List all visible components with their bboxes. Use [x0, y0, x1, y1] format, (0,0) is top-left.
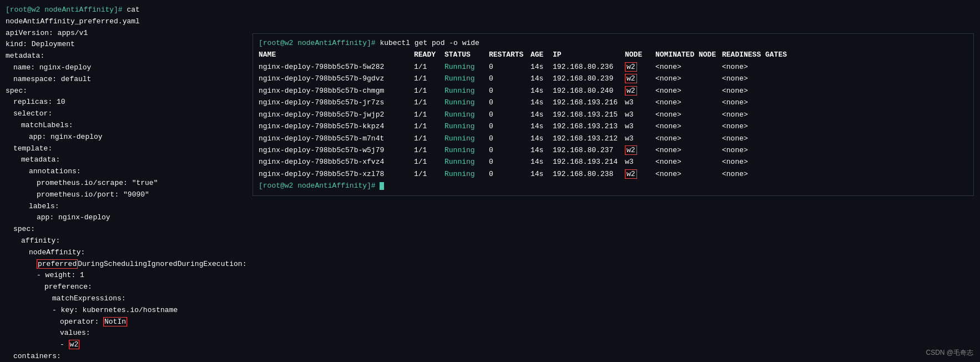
pod-name-6: nginx-deploy-798bb5c57b-m7n4t	[259, 133, 414, 144]
pod-ip-0: 192.168.80.236	[553, 61, 625, 73]
table-row: nginx-deploy-798bb5c57b-m7n4t1/1Running0…	[259, 133, 968, 144]
header-restarts: RESTARTS	[489, 49, 531, 61]
header-nominated: NOMINATED NODE	[655, 49, 722, 61]
pod-ready-4: 1/1	[414, 109, 444, 120]
pod-node-1: w2	[625, 73, 655, 84]
pod-status-1: Running	[444, 73, 489, 84]
pod-ip-9: 192.168.80.238	[553, 168, 625, 180]
yaml-line-15: prometheus.io/port: "9090"	[37, 189, 250, 201]
pod-age-1: 14s	[531, 73, 553, 84]
table-row: nginx-deploy-798bb5c57b-xzl781/1Running0…	[259, 168, 968, 180]
table-row: nginx-deploy-798bb5c57b-xfvz41/1Running0…	[259, 156, 968, 168]
right-terminal: [root@w2 nodeAntiAffinity]# kubectl get …	[252, 33, 974, 196]
pod-node-3: w3	[625, 97, 655, 108]
pod-status-0: Running	[444, 61, 489, 73]
header-age: AGE	[531, 49, 553, 61]
pod-status-7: Running	[444, 144, 489, 156]
pod-ip-7: 192.168.80.237	[553, 144, 625, 156]
pod-restarts-4: 0	[489, 109, 531, 120]
pod-node-7: w2	[625, 144, 655, 156]
pod-name-5: nginx-deploy-798bb5c57b-kkpz4	[259, 120, 414, 132]
right-command: kubectl get pod -o wide	[376, 39, 479, 47]
watermark: CSDN @毛奇志	[926, 348, 973, 358]
pod-age-0: 14s	[531, 61, 553, 73]
pod-node-0: w2	[625, 61, 655, 73]
pod-nominated-2: <none>	[655, 85, 722, 97]
pod-ready-7: 1/1	[414, 144, 444, 156]
pod-name-0: nginx-deploy-798bb5c57b-5w282	[259, 61, 414, 73]
yaml-line-26: operator: NotIn	[60, 316, 250, 328]
header-ready: READY	[414, 49, 444, 61]
yaml-line-16: labels:	[29, 201, 250, 213]
yaml-line-21: preferredDuringSchedulingIgnoredDuringEx…	[37, 259, 250, 270]
table-header-row: NAMEREADYSTATUSRESTARTSAGEIPNODENOMINATE…	[259, 49, 968, 61]
pod-ready-8: 1/1	[414, 156, 444, 168]
pod-node-5: w3	[625, 120, 655, 132]
table-row: nginx-deploy-798bb5c57b-jwjp21/1Running0…	[259, 109, 968, 120]
pod-age-7: 14s	[531, 144, 553, 156]
pod-nominated-0: <none>	[655, 61, 722, 73]
pod-readiness-3: <none>	[722, 97, 789, 108]
pod-nominated-7: <none>	[655, 144, 722, 156]
pod-readiness-7: <none>	[722, 144, 789, 156]
yaml-line-11: template:	[13, 143, 250, 155]
pod-nominated-8: <none>	[655, 156, 722, 168]
table-row: nginx-deploy-798bb5c57b-chmgm1/1Running0…	[259, 85, 968, 97]
yaml-line-19: affinity:	[21, 235, 250, 247]
yaml-line-2: kind: Deployment	[6, 39, 250, 51]
preferred-highlight: preferred	[37, 259, 78, 269]
pod-ip-2: 192.168.80.240	[553, 85, 625, 97]
table-row: nginx-deploy-798bb5c57b-w5j791/1Running0…	[259, 144, 968, 156]
pod-node-6: w3	[625, 133, 655, 144]
yaml-line-25: - key: kubernetes.io/hostname	[52, 305, 250, 316]
pod-status-4: Running	[444, 109, 489, 120]
pod-ip-3: 192.168.193.216	[553, 97, 625, 108]
pod-ready-2: 1/1	[414, 85, 444, 97]
table-row: nginx-deploy-798bb5c57b-9gdvz1/1Running0…	[259, 73, 968, 84]
yaml-line-12: metadata:	[21, 154, 250, 166]
header-status: STATUS	[444, 49, 489, 61]
yaml-line-10: app: nginx-deploy	[29, 132, 250, 143]
yaml-line-27: values:	[60, 328, 250, 339]
pod-name-7: nginx-deploy-798bb5c57b-w5j79	[259, 144, 414, 156]
pod-restarts-0: 0	[489, 61, 531, 73]
yaml-line-8: selector:	[13, 108, 250, 120]
pod-ip-4: 192.168.193.215	[553, 109, 625, 120]
yaml-line-22: - weight: 1	[37, 270, 250, 281]
header-ip: IP	[553, 49, 625, 61]
pod-readiness-6: <none>	[722, 133, 789, 144]
yaml-line-9: matchLabels:	[21, 120, 250, 132]
yaml-line-18: spec:	[13, 224, 250, 235]
pod-age-2: 14s	[531, 85, 553, 97]
pod-age-6: 14s	[531, 133, 553, 144]
pod-status-3: Running	[444, 97, 489, 108]
pod-nominated-1: <none>	[655, 73, 722, 84]
pod-name-9: nginx-deploy-798bb5c57b-xzl78	[259, 168, 414, 180]
pod-nominated-9: <none>	[655, 168, 722, 180]
pod-status-2: Running	[444, 85, 489, 97]
pod-node-4: w3	[625, 109, 655, 120]
yaml-line-1: apiVersion: apps/v1	[6, 28, 250, 39]
pod-ready-0: 1/1	[414, 61, 444, 73]
pod-name-3: nginx-deploy-798bb5c57b-jr7zs	[259, 97, 414, 108]
pod-ready-3: 1/1	[414, 97, 444, 108]
pod-nominated-3: <none>	[655, 97, 722, 108]
pod-node-8: w3	[625, 156, 655, 168]
left-terminal: [root@w2 nodeAntiAffinity]# cat nodeAnti…	[0, 0, 255, 362]
yaml-line-14: prometheus.io/scrape: "true"	[37, 178, 250, 189]
pod-readiness-8: <none>	[722, 156, 789, 168]
table-row: nginx-deploy-798bb5c57b-kkpz41/1Running0…	[259, 120, 968, 132]
yaml-line-28: - w2	[60, 339, 250, 351]
right-prompt: [root@w2 nodeAntiAffinity]#	[259, 39, 376, 47]
pod-restarts-5: 0	[489, 120, 531, 132]
pod-status-8: Running	[444, 156, 489, 168]
pod-status-6: Running	[444, 133, 489, 144]
yaml-line-24: matchExpressions:	[52, 293, 250, 305]
pod-name-1: nginx-deploy-798bb5c57b-9gdvz	[259, 73, 414, 84]
pod-ip-6: 192.168.193.212	[553, 133, 625, 144]
right-prompt-line: [root@w2 nodeAntiAffinity]# kubectl get …	[259, 37, 968, 49]
notin-highlight: NotIn	[103, 317, 127, 326]
pod-readiness-5: <none>	[722, 120, 789, 132]
pod-node-2: w2	[625, 85, 655, 97]
yaml-line-7: replicas: 10	[13, 97, 250, 108]
